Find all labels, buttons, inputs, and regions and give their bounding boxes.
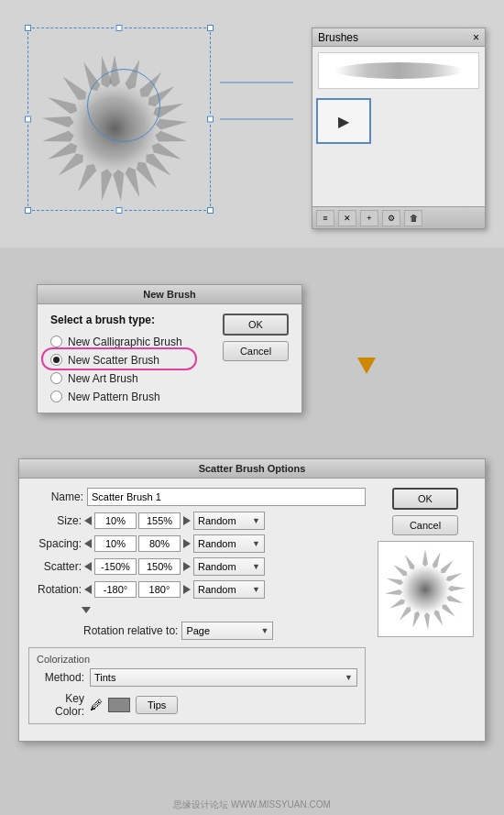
dialog-prompt: Select a brush type:	[50, 314, 201, 326]
cursor-icon: ▶	[338, 113, 349, 130]
radio-scatter[interactable]: New Scatter Brush	[50, 354, 201, 367]
handle-tl[interactable]	[25, 25, 31, 31]
size-left-triangle[interactable]	[84, 516, 92, 525]
size-method-dropdown[interactable]: Random ▼	[193, 512, 265, 530]
brush-preview-box	[378, 541, 474, 637]
handle-ml[interactable]	[25, 116, 31, 123]
radio-calligraphic[interactable]: New Calligraphic Brush	[50, 336, 201, 348]
svg-marker-29	[439, 558, 455, 575]
spacing-row: Spacing: 10% 80% Random ▼	[28, 534, 366, 553]
radio-circle-calligraphic	[50, 336, 62, 347]
rotation-values: -180° 180°	[94, 581, 181, 598]
brush-thumb-1[interactable]: ▶	[316, 98, 371, 144]
size-values: 10% 155%	[94, 512, 181, 529]
brushes-options-icon[interactable]: ⚙	[382, 210, 400, 226]
brushes-trash-icon[interactable]: 🗑	[404, 210, 422, 226]
scatter-titlebar: Scatter Brush Options	[19, 459, 485, 479]
rotation-max-value[interactable]: 180°	[138, 581, 181, 598]
handle-bl[interactable]	[25, 207, 31, 214]
scatter-left-triangle[interactable]	[84, 562, 92, 571]
scatter-label: Scatter:	[28, 560, 82, 573]
new-brush-title: New Brush	[143, 289, 195, 300]
brushes-new-icon[interactable]: +	[360, 210, 378, 226]
radio-group: New Calligraphic Brush New Scatter Brush	[50, 336, 201, 403]
size-right-triangle[interactable]	[183, 516, 191, 525]
spacing-right-triangle[interactable]	[183, 539, 191, 548]
rotation-min-value[interactable]: -180°	[94, 581, 137, 598]
method-value: Tints	[94, 672, 115, 683]
rotation-dropdown-arrow: ▼	[252, 585, 260, 594]
radio-label-pattern: New Pattern Brush	[68, 391, 160, 403]
spacing-max-value[interactable]: 80%	[138, 535, 181, 552]
scatter-right: OK Cancel	[375, 488, 476, 732]
brushes-delete-icon[interactable]: ✕	[338, 210, 356, 226]
radio-art[interactable]: New Art Brush	[50, 372, 201, 385]
new-brush-cancel-btn[interactable]: Cancel	[223, 341, 289, 361]
scatter-method-dropdown[interactable]: Random ▼	[193, 557, 265, 576]
rotation-method-dropdown[interactable]: Random ▼	[193, 580, 265, 599]
radio-label-scatter: New Scatter Brush	[68, 354, 159, 367]
circle-indicator	[87, 69, 160, 142]
top-section: Brushes × ▶ ≡ ✕ + ⚙ 🗑	[0, 0, 504, 248]
colorization-title: Colorization	[37, 654, 357, 665]
rotation-bottom-triangle	[82, 603, 366, 616]
size-method-label: Random	[198, 515, 236, 526]
scatter-body: Name: Size: 10% 155% Random ▼	[19, 479, 485, 741]
brush-preview-svg	[379, 544, 471, 635]
radio-label-art: New Art Brush	[68, 372, 138, 385]
method-row: Method: Tints ▼	[37, 668, 357, 687]
scatter-title: Scatter Brush Options	[199, 463, 306, 474]
bottom-section: Scatter Brush Options Name: Size: 10% 15…	[0, 449, 504, 807]
spacing-left-triangle[interactable]	[84, 539, 92, 548]
scatter-values: -150% 150%	[94, 558, 181, 575]
brushes-stroke-preview	[318, 52, 479, 89]
scatter-ok-btn[interactable]: OK	[392, 488, 458, 510]
scatter-max-value[interactable]: 150%	[138, 558, 181, 575]
handle-br[interactable]	[207, 207, 214, 214]
scatter-cancel-btn[interactable]: Cancel	[392, 515, 458, 535]
new-brush-ok-btn[interactable]: OK	[223, 314, 289, 336]
svg-marker-31	[448, 585, 466, 591]
method-label: Method:	[37, 671, 84, 684]
rotation-left-triangle[interactable]	[84, 585, 92, 594]
rotation-relative-value: Page	[186, 625, 210, 636]
spacing-method-label: Random	[198, 538, 236, 549]
rotation-right-triangle[interactable]	[183, 585, 191, 594]
name-input[interactable]	[87, 488, 366, 506]
method-arrow: ▼	[345, 673, 353, 682]
size-max-value[interactable]: 155%	[138, 512, 181, 529]
brushes-close-btn[interactable]: ×	[473, 31, 479, 44]
dialog-body: Select a brush type: New Calligraphic Br…	[38, 304, 214, 413]
dialog-buttons: OK Cancel	[214, 304, 301, 370]
method-dropdown[interactable]: Tints ▼	[90, 668, 357, 687]
color-swatch[interactable]	[108, 698, 130, 712]
eyedropper-icon[interactable]: 🖉	[90, 698, 103, 712]
handle-mr[interactable]	[207, 116, 214, 123]
rotation-relative-dropdown[interactable]: Page ▼	[181, 622, 273, 640]
tips-button[interactable]: Tips	[136, 696, 178, 714]
brushes-title: Brushes	[318, 31, 358, 44]
down-arrow	[348, 321, 385, 376]
size-label: Size:	[28, 514, 82, 527]
middle-section: New Brush Select a brush type: New Calli…	[0, 257, 504, 440]
watermark-text: 思缘设计论坛 WWW.MISSYUAN.COM	[173, 799, 331, 809]
brushes-menu-icon[interactable]: ≡	[316, 210, 334, 226]
size-min-value[interactable]: 10%	[94, 512, 137, 529]
radio-pattern[interactable]: New Pattern Brush	[50, 391, 201, 403]
rotation-label: Rotation:	[28, 583, 82, 596]
radio-circle-scatter	[50, 354, 62, 366]
spacing-method-dropdown[interactable]: Random ▼	[193, 534, 265, 553]
rotation-relative-arrow: ▼	[260, 626, 268, 635]
scatter-min-value[interactable]: -150%	[94, 558, 137, 575]
name-label: Name:	[28, 490, 83, 503]
rotation-row: Rotation: -180° 180° Random ▼	[28, 580, 366, 599]
svg-marker-27	[422, 549, 428, 567]
scatter-row: Scatter: -150% 150% Random ▼	[28, 557, 366, 576]
stroke-line	[334, 62, 463, 79]
spacing-values: 10% 80%	[94, 535, 181, 552]
handle-tm[interactable]	[116, 25, 123, 31]
spacing-min-value[interactable]: 10%	[94, 535, 137, 552]
handle-tr[interactable]	[207, 25, 214, 31]
rotation-method-label: Random	[198, 584, 236, 595]
scatter-right-triangle[interactable]	[183, 562, 191, 571]
